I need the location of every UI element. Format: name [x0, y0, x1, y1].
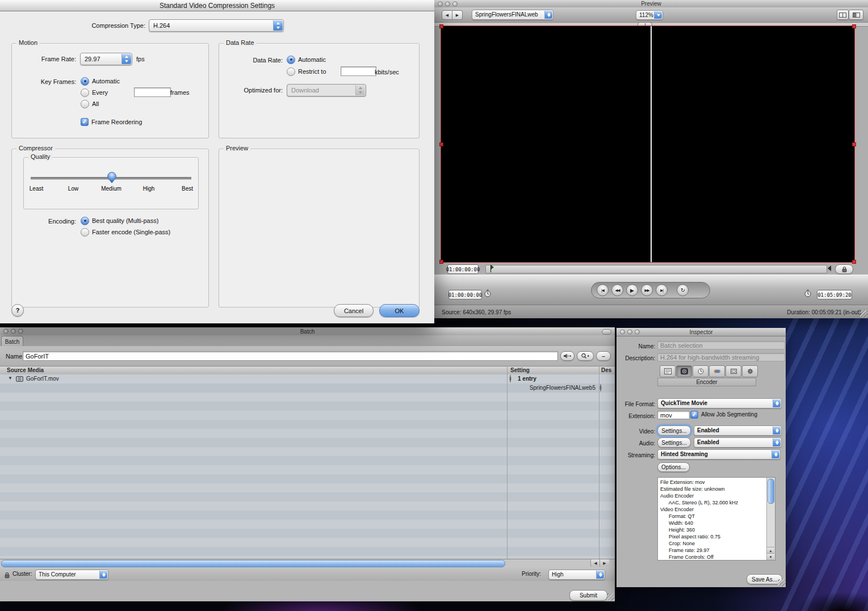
- table-row[interactable]: SpringFlowersFINALweb5: [0, 384, 615, 393]
- priority-popup[interactable]: High: [548, 570, 605, 580]
- column-source-media[interactable]: Source Media: [7, 367, 44, 373]
- pane-geometry-button[interactable]: [726, 365, 741, 377]
- column-divider[interactable]: [599, 366, 599, 375]
- pane-encoder-button[interactable]: [676, 365, 692, 377]
- pane-summary-button[interactable]: [660, 365, 676, 377]
- key-frames-all-radio[interactable]: All: [81, 99, 99, 108]
- scroll-right-button[interactable]: ▶: [599, 559, 609, 567]
- compare-view-button[interactable]: [837, 10, 849, 20]
- lock-playhead-button[interactable]: [835, 264, 853, 274]
- audio-settings-button[interactable]: Settings...: [657, 437, 691, 448]
- inspector-titlebar[interactable]: Inspector: [617, 328, 786, 336]
- column-setting[interactable]: Setting: [510, 367, 530, 373]
- preview-titlebar[interactable]: Preview: [434, 0, 868, 8]
- help-button[interactable]: ?: [11, 304, 24, 317]
- full-view-button[interactable]: [849, 10, 863, 20]
- resize-grip[interactable]: [778, 579, 785, 587]
- batch-titlebar[interactable]: Batch: [0, 327, 615, 336]
- disclosure-icon[interactable]: ▼: [8, 376, 12, 381]
- close-icon[interactable]: [3, 329, 9, 334]
- zoom-popup[interactable]: 112%: [636, 10, 663, 20]
- name-field[interactable]: Batch selection: [657, 341, 785, 349]
- streaming-popup[interactable]: Hinted Streaming: [657, 449, 781, 460]
- scrollbar-thumb[interactable]: [1, 560, 505, 567]
- crop-handle[interactable]: [852, 24, 856, 28]
- save-as-button[interactable]: Save As...: [747, 574, 782, 584]
- zoom-icon[interactable]: [452, 1, 458, 6]
- close-icon[interactable]: [438, 1, 443, 6]
- quality-slider-thumb[interactable]: [107, 172, 116, 181]
- crop-handle[interactable]: [439, 24, 443, 28]
- playhead[interactable]: [490, 265, 491, 272]
- entry-stepper-icon[interactable]: [510, 375, 511, 382]
- batch-name-input[interactable]: GoForIT: [23, 351, 558, 361]
- source-output-divider[interactable]: [651, 26, 652, 262]
- video-enabled-popup[interactable]: Enabled: [694, 425, 782, 436]
- allow-job-segmenting-checkbox[interactable]: ✓ Allow Job Segmenting: [690, 411, 757, 419]
- cluster-popup[interactable]: This Computer: [35, 570, 108, 580]
- scroll-down-button[interactable]: ▼: [767, 553, 774, 560]
- radio-label: Best quality (Multi-pass): [92, 216, 158, 225]
- pane-frame-controls-button[interactable]: [693, 365, 708, 377]
- every-frames-input[interactable]: [134, 87, 171, 97]
- table-row[interactable]: ▼ GoForIT.mov 1 entry: [0, 374, 615, 384]
- video-settings-button[interactable]: Settings...: [657, 425, 691, 436]
- resize-grip[interactable]: [860, 310, 867, 318]
- column-divider[interactable]: [507, 366, 508, 375]
- frame-reordering-checkbox[interactable]: ✓ Frame Reordering: [81, 117, 142, 127]
- pane-actions-button[interactable]: [742, 365, 758, 377]
- step-back-button[interactable]: ◀◀: [611, 284, 623, 296]
- play-button[interactable]: ▶: [626, 284, 638, 296]
- restrict-to-input[interactable]: [341, 66, 376, 76]
- announce-add-button[interactable]: [560, 351, 575, 361]
- crop-handle[interactable]: [439, 142, 443, 146]
- crop-handle[interactable]: [852, 142, 856, 146]
- frame-rate-combo[interactable]: 29.97: [80, 53, 132, 65]
- column-description[interactable]: Des: [601, 367, 611, 373]
- submit-button[interactable]: Submit: [569, 590, 607, 601]
- out-point-marker-icon[interactable]: [828, 266, 831, 271]
- encoding-faster-radio[interactable]: Faster encode (Single-pass): [81, 227, 170, 237]
- radio-icon: [81, 89, 89, 97]
- current-timecode-field[interactable]: 01:00:00:00: [447, 264, 479, 274]
- entry-stepper-icon[interactable]: [600, 384, 601, 391]
- options-button[interactable]: Options...: [657, 462, 690, 472]
- audio-enabled-popup[interactable]: Enabled: [694, 437, 782, 448]
- loop-button[interactable]: ↻: [677, 284, 689, 296]
- tab-batch[interactable]: Batch: [1, 336, 23, 347]
- close-icon[interactable]: [620, 330, 625, 335]
- resize-grip[interactable]: [607, 593, 614, 601]
- pane-filters-button[interactable]: [709, 365, 725, 377]
- key-frames-every-radio[interactable]: Every: [81, 88, 108, 97]
- vertical-scrollbar[interactable]: ▲ ▼: [766, 478, 775, 560]
- search-add-button[interactable]: [577, 351, 594, 361]
- key-frames-automatic-radio[interactable]: Automatic: [81, 77, 120, 86]
- cancel-button[interactable]: Cancel: [334, 304, 374, 317]
- compression-type-popup[interactable]: H.264: [149, 19, 284, 32]
- minimize-icon[interactable]: [445, 1, 450, 6]
- scroll-left-button[interactable]: ◀: [590, 559, 600, 567]
- source-popup[interactable]: SpringFlowersFINALweb: [472, 10, 553, 20]
- zoom-icon[interactable]: [18, 329, 23, 334]
- toolbar-toggle-icon[interactable]: [602, 329, 611, 335]
- back-button[interactable]: ◀: [442, 10, 452, 20]
- scrollbar-thumb[interactable]: [768, 479, 774, 504]
- minimize-icon[interactable]: [11, 329, 16, 334]
- minimize-icon[interactable]: [627, 330, 632, 335]
- data-rate-restrict-radio[interactable]: Restrict to: [287, 67, 326, 76]
- remove-button[interactable]: −: [596, 351, 611, 361]
- description-field[interactable]: H.264 for high-bandwidth streaming: [657, 353, 785, 361]
- extension-field[interactable]: mov: [657, 411, 690, 419]
- forward-button[interactable]: ▶: [452, 10, 463, 20]
- data-rate-automatic-radio[interactable]: Automatic: [287, 55, 326, 64]
- ok-button[interactable]: OK: [379, 304, 420, 317]
- go-to-start-button[interactable]: |◀: [597, 284, 609, 296]
- file-format-popup[interactable]: QuickTime Movie: [657, 398, 782, 408]
- zoom-icon[interactable]: [635, 330, 640, 335]
- slider-tick-label: Least: [30, 185, 43, 193]
- encoding-best-radio[interactable]: Best quality (Multi-pass): [81, 216, 158, 225]
- go-to-end-button[interactable]: ▶|: [656, 284, 668, 296]
- dialog-titlebar[interactable]: Standard Video Compression Settings: [0, 0, 434, 11]
- step-forward-button[interactable]: ▶▶: [641, 284, 653, 296]
- timeline-scrubber[interactable]: [485, 265, 827, 273]
